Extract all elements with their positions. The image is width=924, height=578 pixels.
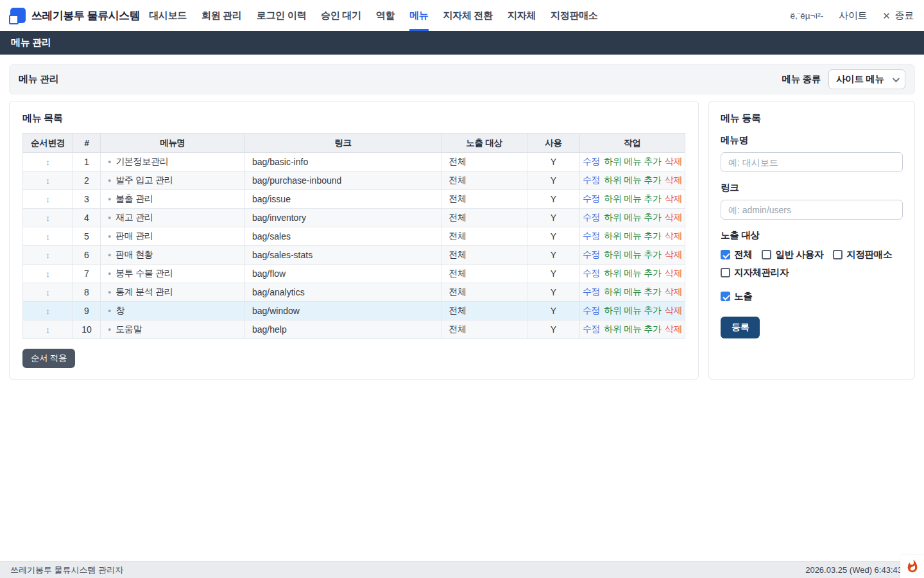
table-row[interactable]: ↕ 6 ●판매 현황 bag/sales-stats 전체 Y 수정하위 메뉴 …	[23, 246, 685, 265]
edit-link[interactable]: 수정	[583, 156, 600, 166]
table-row[interactable]: ↕ 4 ●재고 관리 bag/inventory 전체 Y 수정하위 메뉴 추가…	[23, 209, 685, 227]
section-title-bar: 메뉴 관리	[0, 31, 924, 55]
add-submenu-link[interactable]: 하위 메뉴 추가	[604, 268, 661, 278]
table-row[interactable]: ↕ 7 ●봉투 수불 관리 bag/flow 전체 Y 수정하위 메뉴 추가삭제	[23, 265, 685, 283]
drag-handle-icon[interactable]: ↕	[46, 269, 50, 279]
menu-name-text: 발주 입고 관리	[116, 175, 173, 185]
drag-handle-icon[interactable]: ↕	[46, 325, 50, 335]
top-navigation: 쓰레기봉투 물류시스템 대시보드회원 관리로그인 이력승인 대기역할메뉴지자체 …	[0, 0, 924, 31]
menu-type-select[interactable]: 사이트 메뉴	[828, 69, 905, 89]
nav-item[interactable]: 회원 관리	[201, 0, 242, 31]
menu-type-control: 메뉴 종류 사이트 메뉴	[782, 69, 905, 89]
table-row[interactable]: ↕ 2 ●발주 입고 관리 bag/purchase-inbound 전체 Y …	[23, 171, 685, 190]
add-submenu-link[interactable]: 하위 메뉴 추가	[604, 212, 661, 222]
row-number: 8	[73, 283, 101, 302]
delete-link[interactable]: 삭제	[665, 286, 682, 297]
drag-handle-icon[interactable]: ↕	[46, 176, 50, 186]
drag-handle-icon[interactable]: ↕	[46, 157, 50, 167]
main-content: 메뉴 목록 순서변경 # 메뉴명 링크 노출 대상 사용 작업 ↕ 1 ●기본정…	[9, 101, 915, 380]
table-row[interactable]: ↕ 5 ●판매 관리 bag/sales 전체 Y 수정하위 메뉴 추가삭제	[23, 227, 685, 246]
edit-link[interactable]: 수정	[583, 324, 600, 334]
menu-link-input[interactable]	[721, 200, 903, 220]
drag-handle-icon[interactable]: ↕	[46, 195, 50, 204]
delete-link[interactable]: 삭제	[665, 268, 682, 278]
table-row[interactable]: ↕ 9 ●창 bag/window 전체 Y 수정하위 메뉴 추가삭제	[23, 302, 685, 320]
exit-link[interactable]: ✕ 종료	[882, 10, 914, 22]
nav-item[interactable]: 대시보드	[149, 0, 187, 31]
edit-link[interactable]: 수정	[583, 286, 600, 297]
delete-link[interactable]: 삭제	[665, 193, 682, 204]
target-checkbox-group: 전체 일반 사용자 지정판매소 지자체관리자	[721, 249, 903, 279]
add-submenu-link[interactable]: 하위 메뉴 추가	[604, 249, 661, 259]
delete-link[interactable]: 삭제	[665, 175, 682, 185]
nav-item[interactable]: 메뉴	[409, 0, 428, 31]
table-row[interactable]: ↕ 3 ●불출 관리 bag/issue 전체 Y 수정하위 메뉴 추가삭제	[23, 190, 685, 209]
nav-item[interactable]: 역할	[376, 0, 395, 31]
menu-table-header-row: 순서변경 # 메뉴명 링크 노출 대상 사용 작업	[23, 134, 685, 153]
drag-handle-icon[interactable]: ↕	[46, 232, 50, 241]
delete-link[interactable]: 삭제	[665, 231, 682, 241]
edit-link[interactable]: 수정	[583, 175, 600, 185]
menu-name-cell: ●도움말	[101, 320, 245, 339]
delete-link[interactable]: 삭제	[665, 249, 682, 259]
table-row[interactable]: ↕ 10 ●도움말 bag/help 전체 Y 수정하위 메뉴 추가삭제	[23, 320, 685, 339]
drag-handle-icon[interactable]: ↕	[46, 288, 50, 297]
edit-link[interactable]: 수정	[583, 268, 600, 278]
delete-link[interactable]: 삭제	[665, 212, 682, 222]
target-cell: 전체	[441, 246, 527, 265]
nav-item[interactable]: 지정판매소	[551, 0, 598, 31]
menu-link-cell: bag/sales-stats	[245, 246, 441, 265]
apply-order-button[interactable]: 순서 적용	[22, 349, 75, 368]
register-button[interactable]: 등록	[721, 317, 760, 338]
checkbox-icon	[721, 268, 730, 277]
menu-name-cell: ●판매 현황	[101, 246, 245, 265]
menu-name-cell: ●재고 관리	[101, 209, 245, 227]
menu-name-input[interactable]	[721, 152, 903, 172]
menu-link-cell: bag/issue	[245, 190, 441, 209]
edit-link[interactable]: 수정	[583, 193, 600, 204]
add-submenu-link[interactable]: 하위 메뉴 추가	[604, 231, 661, 241]
visible-checkbox[interactable]: 노출	[721, 290, 903, 302]
target-checkbox[interactable]: 전체	[721, 249, 752, 261]
target-checkbox[interactable]: 일반 사용자	[762, 249, 823, 261]
add-submenu-link[interactable]: 하위 메뉴 추가	[604, 156, 661, 166]
target-checkbox[interactable]: 지정판매소	[833, 249, 892, 261]
target-cell: 전체	[441, 190, 527, 209]
add-submenu-link[interactable]: 하위 메뉴 추가	[604, 175, 661, 185]
nav-item[interactable]: 지자체	[508, 0, 536, 31]
add-submenu-link[interactable]: 하위 메뉴 추가	[604, 305, 661, 315]
add-submenu-link[interactable]: 하위 메뉴 추가	[604, 286, 661, 297]
table-row[interactable]: ↕ 8 ●통계 분석 관리 bag/analytics 전체 Y 수정하위 메뉴…	[23, 283, 685, 302]
menu-link-cell: bag/window	[245, 302, 441, 320]
delete-link[interactable]: 삭제	[665, 156, 682, 166]
col-number: #	[73, 134, 101, 153]
nav-item[interactable]: 지자체 전환	[443, 0, 493, 31]
use-cell: Y	[527, 227, 580, 246]
nav-item[interactable]: 로그인 이력	[257, 0, 306, 31]
drag-handle-icon[interactable]: ↕	[46, 250, 50, 260]
site-link[interactable]: 사이트	[839, 10, 867, 22]
brand-link[interactable]: 쓰레기봉투 물류시스템	[10, 0, 140, 31]
drag-handle-icon[interactable]: ↕	[46, 306, 50, 316]
row-number: 6	[73, 246, 101, 265]
add-submenu-link[interactable]: 하위 메뉴 추가	[604, 324, 661, 334]
target-checkbox[interactable]: 지자체관리자	[721, 267, 789, 279]
edit-link[interactable]: 수정	[583, 305, 600, 315]
nav-item[interactable]: 승인 대기	[321, 0, 361, 31]
dot-icon: ●	[108, 252, 111, 258]
menu-name-cell: ●발주 입고 관리	[101, 171, 245, 190]
add-submenu-link[interactable]: 하위 메뉴 추가	[604, 193, 661, 204]
edit-link[interactable]: 수정	[583, 249, 600, 259]
col-target: 노출 대상	[441, 134, 527, 153]
delete-link[interactable]: 삭제	[665, 324, 682, 334]
dot-icon: ●	[108, 196, 111, 202]
drag-handle-icon[interactable]: ↕	[46, 213, 50, 223]
flame-icon	[905, 559, 920, 574]
delete-link[interactable]: 삭제	[665, 305, 682, 315]
use-cell: Y	[527, 190, 580, 209]
table-row[interactable]: ↕ 1 ●기본정보관리 bag/basic-info 전체 Y 수정하위 메뉴 …	[23, 153, 685, 171]
edit-link[interactable]: 수정	[583, 212, 600, 222]
dot-icon: ●	[108, 270, 111, 277]
edit-link[interactable]: 수정	[583, 231, 600, 241]
menu-link-cell: bag/sales	[245, 227, 441, 246]
